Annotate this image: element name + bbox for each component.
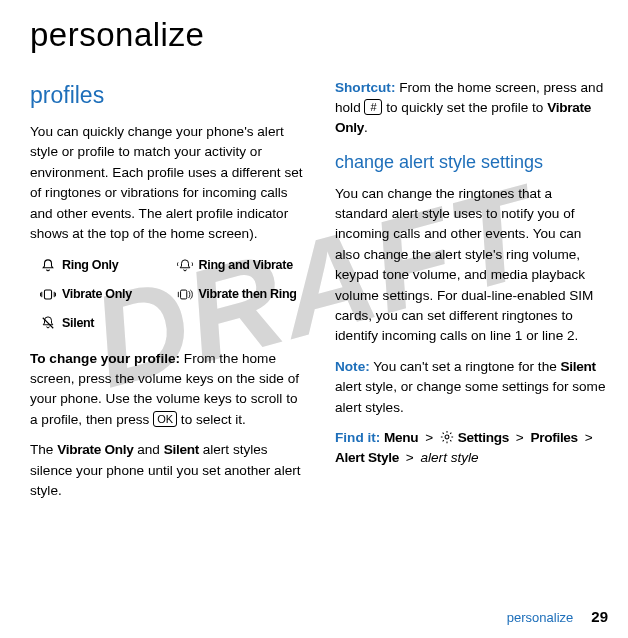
bell-icon: [40, 259, 56, 273]
path-alert-style: Alert Style: [335, 450, 399, 465]
gear-icon: [440, 430, 454, 444]
mode-label: Ring Only: [62, 256, 118, 275]
mode-label: Vibrate Only: [62, 285, 132, 304]
footer-page-number: 29: [591, 606, 608, 629]
change-profile-tail: to select it.: [177, 412, 246, 427]
mode-ring-and-vibrate: Ring and Vibrate: [177, 256, 304, 275]
path-italic: alert style: [420, 450, 478, 465]
find-it-label: Find it:: [335, 430, 380, 445]
mode-label: Vibrate then Ring: [199, 285, 297, 304]
mode-silent: Silent: [40, 314, 167, 333]
text: You can't set a ringtone for the: [370, 359, 561, 374]
path-settings: Settings: [458, 430, 509, 445]
change-profile-heading: To change your profile:: [30, 351, 180, 366]
bell-vibrate-icon: [177, 259, 193, 273]
subsection-title: change alert style settings: [335, 149, 608, 176]
note-paragraph: Note: You can't set a ringtone for the S…: [335, 357, 608, 418]
separator: >: [403, 450, 417, 465]
silent-icon: [40, 316, 56, 330]
left-column: profiles You can quickly change your pho…: [30, 78, 303, 512]
separator: >: [422, 430, 436, 445]
separator: >: [513, 430, 527, 445]
right-column: Shortcut: From the home screen, press an…: [335, 78, 608, 512]
vibrate-icon: [40, 287, 56, 301]
hash-key-icon: #: [364, 99, 382, 115]
section-title-profiles: profiles: [30, 78, 303, 113]
text: alert style, or change some settings for…: [335, 379, 606, 414]
alert-style-body: You can change the ringtones that a stan…: [335, 184, 608, 347]
silence-paragraph: The Vibrate Only and Silent alert styles…: [30, 440, 303, 501]
mode-vibrate-only: Vibrate Only: [40, 285, 167, 304]
text: .: [364, 120, 368, 135]
ok-key-icon: OK: [153, 411, 177, 427]
path-profiles: Profiles: [530, 430, 577, 445]
profiles-intro: You can quickly change your phone's aler…: [30, 122, 303, 244]
note-silent: Silent: [561, 359, 596, 374]
svg-point-2: [445, 435, 449, 439]
vibrate-only-label: Vibrate Only: [57, 442, 133, 457]
mode-label: Ring and Vibrate: [199, 256, 293, 275]
shortcut-paragraph: Shortcut: From the home screen, press an…: [335, 78, 608, 139]
mode-vibrate-then-ring: Vibrate then Ring: [177, 285, 304, 304]
text: to quickly set the profile to: [382, 100, 547, 115]
find-it-paragraph: Find it: Menu > Settings > Profiles > Al…: [335, 428, 608, 469]
text: The: [30, 442, 57, 457]
mode-label: Silent: [62, 314, 94, 333]
note-label: Note:: [335, 359, 370, 374]
footer-section-name: personalize: [507, 608, 574, 628]
page: personalize profiles You can quickly cha…: [0, 0, 628, 638]
page-title: personalize: [30, 10, 608, 60]
change-profile-paragraph: To change your profile: From the home sc…: [30, 349, 303, 431]
page-footer: personalize 29: [507, 606, 608, 629]
svg-rect-0: [44, 290, 51, 299]
text: and: [133, 442, 163, 457]
path-menu: Menu: [384, 430, 418, 445]
shortcut-label: Shortcut:: [335, 80, 395, 95]
columns: profiles You can quickly change your pho…: [30, 78, 608, 512]
svg-rect-1: [180, 290, 186, 299]
silent-label: Silent: [164, 442, 199, 457]
vibrate-ring-icon: [177, 287, 193, 301]
separator: >: [582, 430, 596, 445]
alert-mode-list: Ring Only Ring and Vibrate Vibrate Only: [40, 256, 303, 332]
mode-ring-only: Ring Only: [40, 256, 167, 275]
